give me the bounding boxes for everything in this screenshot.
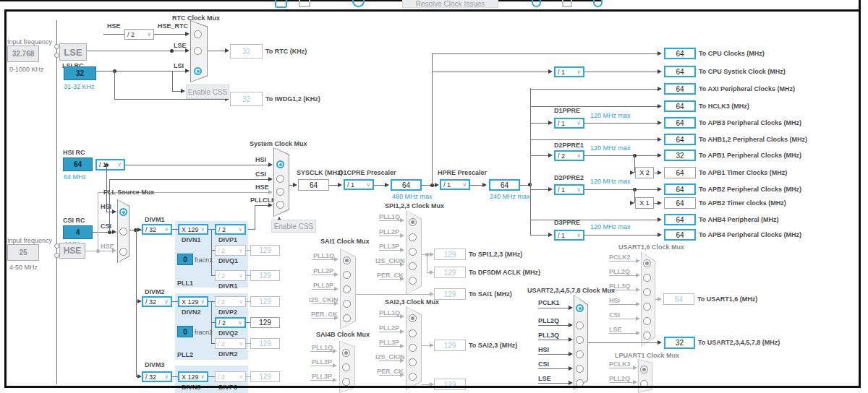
enable-css-button-rtc[interactable]: Enable CSS xyxy=(186,85,229,99)
radio-pll1q[interactable] xyxy=(409,314,417,322)
output-value-box[interactable]: 64 xyxy=(664,83,696,95)
radio-hsi[interactable] xyxy=(119,208,127,216)
d2ppre2-dropdown[interactable]: / 1∨ xyxy=(554,184,584,195)
output-value-box[interactable]: 64 xyxy=(664,134,696,145)
d1cpre-dropdown[interactable]: / 1∨ xyxy=(344,179,374,190)
d3ppre-dropdown[interactable]: / 1∨ xyxy=(554,230,584,241)
radio-pclk3[interactable] xyxy=(640,366,648,373)
fracn1-value[interactable]: 0 xyxy=(177,254,193,265)
radio-hse[interactable] xyxy=(276,188,284,196)
to-dfsdm-value[interactable]: 129 xyxy=(434,267,466,278)
lsi-rc-value[interactable]: 32 xyxy=(64,66,96,80)
divm1-dropdown[interactable]: / 32∨ xyxy=(142,224,172,235)
hse-block[interactable]: HSE xyxy=(59,243,85,259)
fit-view-icon[interactable] xyxy=(562,0,572,7)
divr2-dropdown[interactable]: / 2∨ xyxy=(215,338,246,349)
resolve-clock-issues-button[interactable]: Resolve Clock Issues xyxy=(402,0,498,8)
radio-per-ck[interactable] xyxy=(409,373,417,381)
enable-css-button-sys[interactable]: Enable CSS xyxy=(271,220,316,233)
divn1-dropdown[interactable]: X 129∨ xyxy=(178,224,208,235)
output-value-box[interactable]: 64 xyxy=(664,167,696,178)
divq2-dropdown[interactable]: / 2∨ xyxy=(215,317,246,328)
radio-hse[interactable] xyxy=(119,248,127,256)
divp2-dropdown[interactable]: / 2∨ xyxy=(215,296,246,307)
to-rtc-value[interactable]: 32 xyxy=(230,44,263,59)
radio-lse[interactable] xyxy=(576,379,584,387)
output-value-box[interactable]: 64 xyxy=(664,48,696,59)
radio-per-ck[interactable] xyxy=(409,277,417,285)
lse-block[interactable]: LSE xyxy=(59,43,87,61)
d2ppre1-dropdown[interactable]: / 2∨ xyxy=(554,150,584,161)
output-value-box[interactable]: 64 xyxy=(664,214,696,225)
radio-i2s-ckin[interactable] xyxy=(409,358,417,366)
zoom-out-icon[interactable] xyxy=(532,0,541,7)
radio-pll3p[interactable] xyxy=(409,344,417,352)
radio-pll2p[interactable] xyxy=(342,363,350,371)
divm2-dropdown[interactable]: / 32∨ xyxy=(142,296,172,307)
radio-pll2p[interactable] xyxy=(409,233,417,241)
divr2-value[interactable]: 129 xyxy=(250,338,280,349)
radio-pll3p[interactable] xyxy=(409,248,417,256)
radio-csi[interactable] xyxy=(576,365,584,373)
radio-pll2q[interactable] xyxy=(576,321,584,329)
radio-pll2p[interactable] xyxy=(409,329,417,337)
radio-pll1q[interactable] xyxy=(409,218,417,226)
to-sai23-value[interactable]: 129 xyxy=(434,340,466,351)
radio-i2s-ckin[interactable] xyxy=(409,262,417,270)
hsi-divider-dropdown[interactable]: / 1∨ xyxy=(95,159,125,170)
output-value-box[interactable]: 64 xyxy=(664,117,696,129)
radio-pll2q[interactable] xyxy=(640,380,648,388)
systick-divider-dropdown[interactable]: / 1∨ xyxy=(554,66,584,77)
output-value-box[interactable]: 32 xyxy=(664,150,696,161)
hpre-value[interactable]: 64 xyxy=(489,179,520,191)
rtc-hse-divider-dropdown[interactable]: / 2∨ xyxy=(124,29,154,40)
output-value-box[interactable]: 64 xyxy=(664,100,696,112)
lse-input-frequency-field[interactable]: 32.768 xyxy=(7,46,39,62)
to-iwdg-value[interactable]: 32 xyxy=(230,92,263,106)
radio-pll1q[interactable] xyxy=(343,256,351,264)
radio-pll3q[interactable] xyxy=(576,336,584,344)
output-value-box[interactable]: 64 xyxy=(664,183,696,195)
d1cpre-value[interactable]: 64 xyxy=(391,179,422,191)
radio-pll3p[interactable] xyxy=(342,378,350,386)
to-sai4a-value[interactable]: 129 xyxy=(434,379,466,390)
radio-lse[interactable] xyxy=(194,47,202,55)
divr1-value[interactable]: 129 xyxy=(250,270,280,281)
radio-pclk2[interactable] xyxy=(643,259,651,267)
to-usart2-value[interactable]: 32 xyxy=(664,337,695,349)
reset-icon[interactable] xyxy=(352,0,365,7)
radio-per-ck[interactable] xyxy=(343,314,351,322)
hpre-dropdown[interactable]: / 1∨ xyxy=(440,179,470,190)
radio-pll2q[interactable] xyxy=(643,274,651,282)
redo-icon[interactable] xyxy=(299,0,310,7)
divq2-value[interactable]: 129 xyxy=(250,317,280,328)
output-value-box[interactable]: 64 xyxy=(664,66,696,77)
radio-pclk1[interactable] xyxy=(576,304,584,312)
radio-pll2p[interactable] xyxy=(343,271,351,279)
radio-hsi[interactable] xyxy=(576,350,584,358)
divp1-dropdown[interactable]: / 2∨ xyxy=(215,224,246,235)
radio-hsi[interactable] xyxy=(643,303,651,311)
radio-pllclk[interactable] xyxy=(276,201,284,209)
to-spi123-value[interactable]: 129 xyxy=(434,249,466,260)
radio-csi[interactable] xyxy=(119,228,127,236)
to-usart16-value[interactable]: 64 xyxy=(663,293,694,305)
divr1-dropdown[interactable]: / 2∨ xyxy=(215,270,246,281)
radio-lsi[interactable] xyxy=(194,67,202,75)
divm3-dropdown[interactable]: / 32∨ xyxy=(142,371,172,382)
radio-pll3p[interactable] xyxy=(343,285,351,293)
sysclk-value[interactable]: 64 xyxy=(298,179,329,191)
radio-csi[interactable] xyxy=(643,317,651,325)
radio-hse-rtc[interactable] xyxy=(194,30,202,38)
divn2-dropdown[interactable]: X 129∨ xyxy=(178,296,208,307)
divq1-dropdown[interactable]: / 2∨ xyxy=(215,245,246,256)
output-value-box[interactable]: 64 xyxy=(664,197,696,209)
radio-pll3q[interactable] xyxy=(643,288,651,296)
radio-lse[interactable] xyxy=(643,332,651,340)
radio-csi[interactable] xyxy=(276,175,284,183)
divp3-value[interactable]: 129 xyxy=(250,371,280,382)
radio-hsi[interactable] xyxy=(276,160,284,168)
divq1-value[interactable]: 129 xyxy=(250,245,280,256)
radio-i2s-ckin[interactable] xyxy=(343,300,351,308)
fracn2-value[interactable]: 0 xyxy=(177,326,193,337)
